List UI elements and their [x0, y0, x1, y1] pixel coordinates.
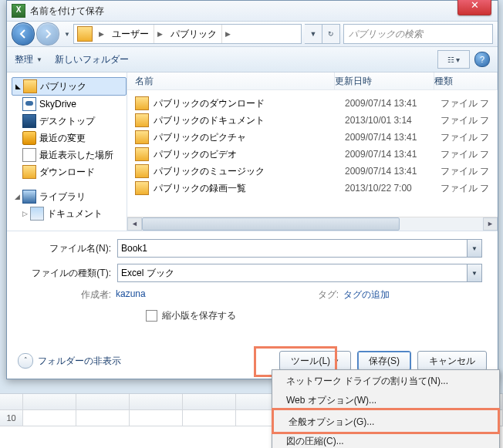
file-name: パブリックの録画一覧	[154, 182, 345, 195]
search-placeholder: パブリックの検索	[349, 28, 423, 41]
cell[interactable]	[130, 410, 183, 426]
folder-icon	[135, 147, 149, 161]
tree-item-libraries[interactable]: ◢ ライブラリ	[12, 188, 127, 205]
file-type: ファイル フ	[441, 131, 489, 144]
cell[interactable]	[183, 410, 236, 426]
tools-dropdown-menu: ネットワーク ドライブの割り当て(N)... Web オプション(W)... 全…	[272, 369, 500, 448]
folder-icon	[77, 26, 93, 42]
tree-item-skydrive[interactable]: SkyDrive	[12, 96, 127, 113]
chevron-right-icon[interactable]: ▶	[154, 30, 166, 38]
col-header	[183, 394, 236, 410]
dialog-title: 名前を付けて保存	[30, 5, 104, 18]
refresh-button[interactable]: ↻	[322, 24, 340, 44]
file-row[interactable]: パブリックのダウンロード2009/07/14 13:41ファイル フ	[135, 95, 498, 112]
file-name: パブリックのビデオ	[154, 148, 345, 161]
close-button[interactable]: ✕	[457, 0, 491, 15]
scroll-right-icon[interactable]: ►	[483, 217, 498, 231]
view-options-button[interactable]: ☷ ▾	[437, 50, 470, 69]
new-folder-label: 新しいフォルダー	[55, 53, 129, 66]
file-date: 2013/10/01 3:14	[345, 115, 441, 126]
organize-label: 整理	[15, 53, 33, 66]
tree-label: 最近表示した場所	[39, 149, 113, 162]
file-name: パブリックのミュージック	[154, 165, 345, 178]
menu-item-map-drive[interactable]: ネットワーク ドライブの割り当て(N)...	[274, 372, 498, 391]
nav-history-dropdown[interactable]: ▼	[64, 31, 70, 38]
menu-item-general-options[interactable]: 全般オプション(G)...	[272, 408, 500, 434]
file-date: 2009/07/14 13:41	[345, 149, 441, 160]
file-row[interactable]: パブリックのドキュメント2013/10/01 3:14ファイル フ	[135, 112, 498, 129]
folder-icon	[135, 130, 149, 144]
new-folder-button[interactable]: 新しいフォルダー	[55, 53, 129, 66]
cancel-button[interactable]: キャンセル	[417, 351, 487, 371]
recent-places-icon	[22, 148, 36, 162]
horizontal-scrollbar[interactable]: ◄ ►	[127, 217, 498, 231]
search-input[interactable]: パブリックの検索	[343, 24, 493, 44]
column-name[interactable]: 名前	[135, 72, 335, 89]
form-area: ファイル名(N): Book1 ▼ ファイルの種類(T): Excel ブック …	[7, 231, 498, 327]
chevron-down-icon[interactable]: ▼	[467, 264, 481, 281]
thumbnail-label: 縮小版を保存する	[162, 309, 236, 322]
filename-input[interactable]: Book1 ▼	[117, 239, 482, 258]
save-button[interactable]: 保存(S)	[357, 351, 411, 371]
hide-folders-button[interactable]: ˄ フォルダーの非表示	[18, 353, 121, 369]
expander-icon[interactable]: ◢	[15, 193, 22, 200]
help-button[interactable]: ?	[474, 52, 490, 67]
tools-button[interactable]: ツール(L) ▼	[279, 351, 351, 371]
breadcrumb-segment[interactable]: ユーザー	[107, 25, 154, 43]
tree-item-desktop[interactable]: デスクトップ	[12, 113, 127, 130]
chevron-down-icon[interactable]: ▼	[467, 240, 481, 257]
expander-icon[interactable]: ▷	[22, 210, 30, 217]
recent-icon	[22, 131, 36, 145]
organize-menu[interactable]: 整理 ▼	[15, 53, 42, 66]
nav-bar: ▼ ▶ ユーザー ▶ パブリック ▶ ▼ ↻ パブリックの検索	[7, 22, 498, 47]
tools-label: ツール(L)	[291, 355, 330, 368]
folder-icon	[135, 96, 149, 110]
file-type: ファイル フ	[441, 114, 489, 127]
author-label: 作成者:	[53, 288, 116, 301]
file-row[interactable]: パブリックのピクチャ2009/07/14 13:41ファイル フ	[135, 129, 498, 146]
chevron-right-icon[interactable]: ▶	[222, 30, 234, 38]
menu-item-compress[interactable]: 図の圧縮(C)...	[274, 432, 498, 448]
scroll-track[interactable]	[142, 217, 483, 231]
chevron-right-icon[interactable]: ▶	[96, 30, 107, 38]
tree-item-downloads[interactable]: ダウンロード	[12, 163, 127, 180]
breadcrumb-dropdown[interactable]: ▼	[305, 24, 322, 44]
downloads-icon	[22, 165, 36, 179]
hide-folders-label: フォルダーの非表示	[38, 355, 121, 368]
button-bar: ˄ フォルダーの非表示 ツール(L) ▼ 保存(S) キャンセル	[18, 351, 487, 371]
file-row[interactable]: パブリックの録画一覧2013/10/22 7:00ファイル フ	[135, 180, 498, 197]
cell[interactable]	[23, 410, 76, 426]
thumbnail-checkbox[interactable]: 縮小版を保存する	[146, 309, 482, 322]
tag-label: タグ:	[281, 288, 343, 301]
cell[interactable]	[76, 410, 130, 426]
file-date: 2009/07/14 13:41	[345, 166, 441, 177]
file-row[interactable]: パブリックのビデオ2009/07/14 13:41ファイル フ	[135, 146, 498, 163]
filetype-value: Excel ブック	[121, 267, 174, 280]
tree-item-recent[interactable]: 最近の変更	[12, 130, 127, 147]
checkbox-icon[interactable]	[146, 310, 157, 322]
breadcrumb[interactable]: ▶ ユーザー ▶ パブリック ▶	[73, 24, 302, 44]
back-button[interactable]	[12, 22, 35, 45]
col-header	[23, 394, 76, 410]
column-date[interactable]: 更新日時	[335, 72, 434, 89]
tree-item-public[interactable]: ◣ パブリック	[12, 77, 127, 96]
title-bar: X 名前を付けて保存	[7, 1, 498, 22]
tree-item-documents[interactable]: ▷ ドキュメント	[12, 205, 127, 222]
tree-item-recent-places[interactable]: 最近表示した場所	[12, 147, 127, 163]
file-date: 2013/10/22 7:00	[345, 183, 441, 194]
file-row[interactable]: パブリックのミュージック2009/07/14 13:41ファイル フ	[135, 163, 498, 180]
expander-icon[interactable]: ◣	[15, 83, 23, 90]
author-value[interactable]: kazuna	[116, 288, 146, 301]
chevron-down-icon: ▼	[36, 56, 42, 63]
scroll-left-icon[interactable]: ◄	[127, 217, 142, 231]
file-list-pane: 名前 更新日時 種類 パブリックのダウンロード2009/07/14 13:41フ…	[127, 72, 498, 231]
folder-icon	[23, 79, 37, 93]
scroll-thumb[interactable]	[142, 217, 400, 231]
file-date: 2009/07/14 13:41	[345, 132, 441, 143]
column-type[interactable]: 種類	[434, 72, 498, 89]
forward-button[interactable]	[36, 22, 59, 45]
tag-value[interactable]: タグの追加	[343, 288, 390, 301]
row-header	[0, 394, 23, 410]
breadcrumb-segment[interactable]: パブリック	[166, 25, 222, 43]
filetype-select[interactable]: Excel ブック ▼	[117, 264, 482, 282]
